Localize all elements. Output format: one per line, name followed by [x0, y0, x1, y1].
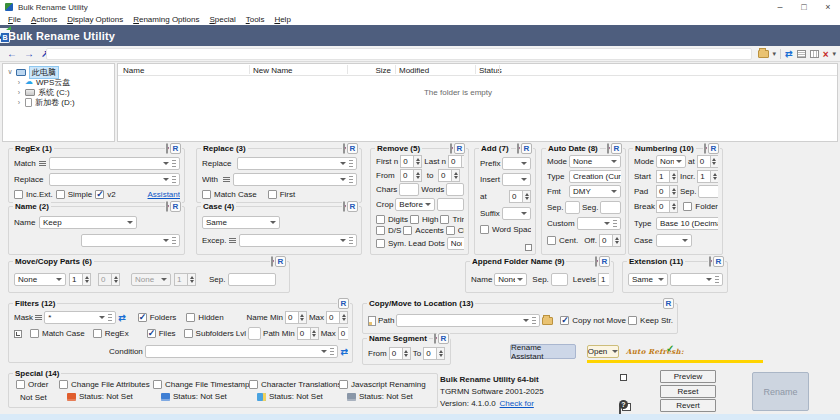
suffix-input[interactable]: [502, 207, 531, 220]
off-stepper[interactable]: 0: [599, 234, 621, 247]
tree-item-this-pc[interactable]: ∨ 此电脑: [3, 67, 114, 77]
levels-stepper[interactable]: 1: [598, 273, 609, 286]
condition-input[interactable]: [145, 345, 339, 358]
panel-reset-button[interactable]: R: [662, 298, 675, 309]
revert-button[interactable]: Revert: [660, 399, 716, 412]
break-stepper[interactable]: 0: [656, 200, 678, 213]
tree-item-c-drive[interactable]: › 系统 (C:): [3, 87, 114, 97]
part1-select[interactable]: None: [14, 273, 66, 286]
filter-regex-checkbox[interactable]: RegEx: [93, 329, 129, 338]
menu-tools[interactable]: Tools: [241, 15, 270, 24]
character-translations-checkbox[interactable]: Character Translations: [249, 380, 341, 389]
type-select[interactable]: Creation (Cur: [569, 170, 621, 183]
match-case-checkbox[interactable]: Match Case: [202, 190, 257, 199]
prefix-input[interactable]: [502, 157, 531, 170]
regex-match-input[interactable]: [49, 157, 180, 170]
at-stepper[interactable]: 0: [697, 155, 718, 168]
extension-mode-select[interactable]: Same: [628, 273, 668, 286]
preview-button[interactable]: Preview: [660, 370, 716, 383]
minimize-button[interactable]: –: [768, 2, 792, 12]
toolbar-field[interactable]: [46, 48, 752, 60]
part1-count-stepper[interactable]: 1: [69, 273, 91, 286]
cent-checkbox[interactable]: Cent.: [547, 236, 578, 245]
panel-reset-button[interactable]: R: [274, 256, 287, 267]
column-size[interactable]: Size: [351, 66, 391, 75]
folder-checkbox[interactable]: Folder: [683, 202, 718, 211]
custom-input[interactable]: [577, 217, 621, 230]
more-dropdown-icon[interactable]: ▾: [832, 50, 836, 58]
seg-input[interactable]: [600, 201, 621, 214]
insert-input[interactable]: [502, 173, 531, 186]
menu-special[interactable]: Special: [204, 15, 240, 24]
name-value-input[interactable]: [81, 234, 180, 247]
menu-help[interactable]: Help: [269, 15, 295, 24]
from-stepper[interactable]: 0: [400, 169, 422, 182]
expander-closed-icon[interactable]: ›: [16, 89, 22, 96]
start-stepper[interactable]: 1: [656, 170, 678, 183]
words-input[interactable]: [446, 183, 464, 196]
help-icon[interactable]: ?: [619, 400, 628, 409]
replace-input[interactable]: [237, 157, 357, 170]
panel-reset-button[interactable]: R: [453, 143, 466, 154]
digits-checkbox[interactable]: Digits: [376, 215, 408, 224]
extension-input[interactable]: [670, 273, 723, 286]
fmt-select[interactable]: DMY: [569, 185, 621, 198]
ds-checkbox[interactable]: D/S: [376, 226, 401, 235]
exceptions-input[interactable]: [239, 234, 357, 247]
rename-button[interactable]: Rename: [752, 372, 809, 411]
subfolders-checkbox[interactable]: Subfolders: [184, 329, 234, 338]
change-attributes-checkbox[interactable]: Change File Attributes: [59, 380, 150, 389]
open-button[interactable]: Open: [587, 345, 619, 358]
crop-input[interactable]: [437, 198, 464, 211]
refresh-icon[interactable]: ⇄: [785, 49, 793, 59]
folder-dropdown-icon[interactable]: ▾: [773, 50, 777, 58]
high-checkbox[interactable]: High: [410, 215, 438, 224]
first-checkbox[interactable]: First: [268, 190, 296, 199]
panel-reset-button[interactable]: R: [610, 143, 623, 154]
crop-select[interactable]: Before: [395, 198, 435, 211]
name-mode-select[interactable]: Keep: [39, 216, 137, 229]
tree-item-label[interactable]: 新加卷 (D:): [35, 97, 75, 108]
expander-closed-icon[interactable]: ›: [16, 99, 22, 106]
order-checkbox[interactable]: Order: [16, 380, 48, 389]
folder-icon[interactable]: [758, 50, 769, 58]
copy-not-move-checkbox[interactable]: Copy not Move: [560, 316, 626, 325]
word-space-checkbox[interactable]: Word Space: [480, 225, 531, 234]
keep-str-checkbox[interactable]: Keep Str.: [628, 316, 673, 325]
rename-assistant-button[interactable]: Rename Assistant: [510, 344, 576, 359]
panel-reset-button[interactable]: R: [169, 143, 182, 154]
expander-closed-icon[interactable]: ›: [16, 79, 22, 86]
path-input[interactable]: [396, 314, 540, 327]
forward-icon[interactable]: →: [24, 48, 34, 60]
path-max-stepper[interactable]: 0: [338, 327, 348, 340]
menu-renaming-options[interactable]: Renaming Options: [128, 15, 204, 24]
last-n-stepper[interactable]: 0: [448, 155, 464, 168]
append-mode-select[interactable]: None: [494, 273, 527, 286]
expander-open-icon[interactable]: ∨: [7, 68, 13, 76]
panel-reset-button[interactable]: R: [169, 201, 182, 212]
expand-icon[interactable]: [525, 244, 532, 251]
name-max-stepper[interactable]: 0: [326, 311, 348, 324]
list-view-icon[interactable]: [810, 50, 819, 58]
inc-ext-checkbox[interactable]: Inc.Ext.: [14, 190, 53, 199]
chars-input[interactable]: [399, 183, 419, 196]
sep-input[interactable]: [551, 273, 568, 286]
column-new-name[interactable]: New Name: [253, 66, 293, 75]
mask-input[interactable]: *: [44, 311, 116, 324]
menu-display-options[interactable]: Display Options: [62, 15, 128, 24]
file-list[interactable]: Name New Name Size Modified Status The f…: [117, 63, 838, 142]
with-input[interactable]: [233, 173, 357, 186]
filter-match-case-checkbox[interactable]: Match Case: [30, 329, 85, 338]
incr-stepper[interactable]: 1: [697, 170, 718, 183]
panel-reset-button[interactable]: R: [712, 256, 725, 267]
name-min-stepper[interactable]: 0: [285, 311, 307, 324]
at-stepper[interactable]: 0: [509, 190, 531, 203]
panel-reset-button[interactable]: R: [598, 256, 611, 267]
part1-pos-stepper[interactable]: 0: [98, 273, 120, 286]
menu-actions[interactable]: Actions: [26, 15, 62, 24]
refresh-icon[interactable]: ⇄: [340, 347, 348, 357]
assistant-link[interactable]: Assistant: [148, 190, 180, 199]
part2-select[interactable]: None: [131, 273, 171, 286]
panel-reset-button[interactable]: R: [346, 201, 359, 212]
back-icon[interactable]: ←: [7, 48, 17, 60]
